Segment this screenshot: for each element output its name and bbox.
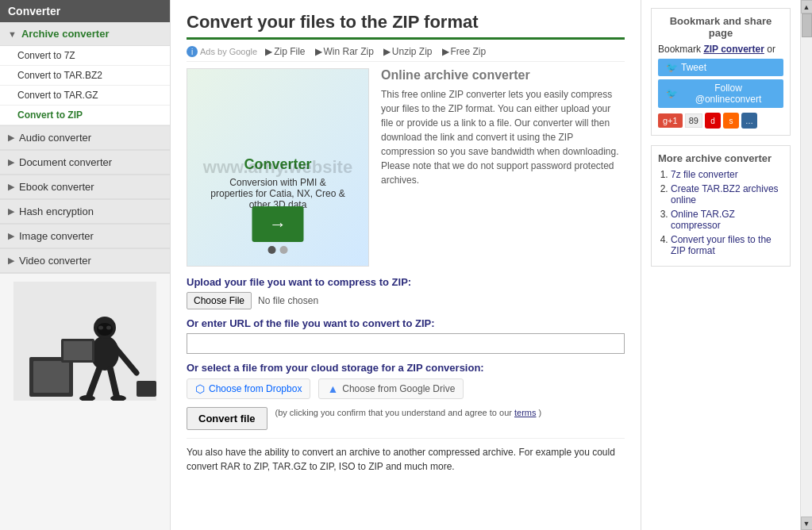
- sidebar-sub-archive: Convert to 7Z Convert to TAR.BZ2 Convert…: [0, 46, 170, 125]
- convert-row: Convert file (by clicking you confirm th…: [187, 407, 625, 430]
- arrow-down-icon: ▼: [8, 29, 17, 39]
- stumble-icon[interactable]: s: [723, 113, 739, 129]
- url-input[interactable]: [187, 333, 625, 354]
- scroll-track: [801, 13, 813, 517]
- scroll-up-button[interactable]: ▲: [801, 0, 813, 13]
- twitter-icon: 🐦: [666, 62, 678, 73]
- svg-rect-16: [63, 341, 92, 360]
- arrow-right-icon-3: ▶: [8, 182, 14, 192]
- sidebar-item-archive-converter[interactable]: ▼ Archive converter: [0, 22, 170, 46]
- gplus-count: 89: [685, 113, 702, 128]
- file-choose-row: Choose File No file chosen: [187, 292, 625, 309]
- carousel-dot-2[interactable]: [280, 246, 288, 254]
- more-archive-item-1: 7z file converter: [671, 169, 783, 180]
- bookmark-title: Bookmark and share page: [658, 15, 783, 39]
- sidebar-item-audio-converter[interactable]: ▶ Audio converter: [0, 126, 170, 150]
- svg-point-8: [106, 326, 111, 330]
- sidebar-item-video-converter[interactable]: ▶ Video converter: [0, 249, 170, 273]
- bookmark-text: Bookmark ZIP converter or: [658, 44, 783, 55]
- zip-converter-link[interactable]: ZIP converter: [703, 44, 764, 55]
- two-col-layout: www.arhy.website Converter Conversion wi…: [187, 68, 625, 267]
- sidebar-sub-item-zip[interactable]: Convert to ZIP: [0, 106, 170, 125]
- choose-file-button[interactable]: Choose File: [187, 292, 252, 309]
- info-column: Online archive converter This free onlin…: [381, 68, 625, 267]
- nav-link-zip-file[interactable]: ▶Zip File: [265, 46, 305, 57]
- nav-link-freezip[interactable]: ▶Free Zip: [442, 46, 487, 57]
- gplus-button[interactable]: g+1: [658, 113, 683, 128]
- info-text: This free online ZIP converter lets you …: [381, 87, 625, 187]
- follow-button[interactable]: 🐦 Follow @onlineconvert: [658, 79, 783, 108]
- arrow-right-icon: ▶: [8, 132, 14, 143]
- arrow-right-icon-4: ▶: [8, 206, 14, 217]
- scrollbar: ▲ ▼: [800, 0, 812, 530]
- page-title: Convert your files to the ZIP format: [187, 12, 625, 40]
- gdrive-button[interactable]: ▲ Choose from Google Drive: [318, 378, 464, 399]
- nav-link-unzip[interactable]: ▶Unzip Zip: [383, 46, 433, 57]
- more-archive-link-1[interactable]: 7z file converter: [671, 169, 738, 180]
- terms-text: (by clicking you confirm that you unders…: [275, 407, 542, 419]
- online-converter-title: Online archive converter: [381, 68, 625, 83]
- sidebar-header: Converter: [0, 0, 170, 22]
- ad-content: www.arhy.website Converter Conversion wi…: [187, 69, 368, 266]
- more-archive-list: 7z file converter Create TAR.BZ2 archive…: [658, 169, 783, 256]
- social-icons-row: g+1 89 d s …: [658, 113, 783, 129]
- upload-section: Upload your file you want to compress to…: [187, 276, 625, 474]
- ads-label: i Ads by Google: [187, 46, 257, 57]
- arrow-right-icon-5: ▶: [8, 231, 14, 241]
- bookmark-box: Bookmark and share page Bookmark ZIP con…: [651, 8, 791, 136]
- carousel-dot-1[interactable]: [268, 246, 276, 254]
- twitter-icon-2: 🐦: [666, 88, 678, 99]
- sidebar-sub-item-tarbz2[interactable]: Convert to TAR.BZ2: [0, 66, 170, 86]
- nav-link-winrar[interactable]: ▶Win Rar Zip: [315, 46, 374, 57]
- terms-link[interactable]: terms: [514, 408, 537, 417]
- no-file-text: No file chosen: [258, 295, 318, 306]
- ads-info-icon: i: [187, 46, 198, 57]
- right-sidebar: Bookmark and share page Bookmark ZIP con…: [641, 0, 800, 530]
- sidebar-item-image-converter[interactable]: ▶ Image converter: [0, 225, 170, 248]
- more-archive-item-4: Convert your files to the ZIP format: [671, 234, 783, 256]
- svg-rect-3: [137, 381, 156, 397]
- scroll-down-button[interactable]: ▼: [801, 517, 813, 530]
- more-social-icon[interactable]: …: [741, 113, 757, 129]
- cloud-label: Or select a file from your cloud storage…: [187, 362, 625, 374]
- sidebar-section-hash: ▶ Hash encryption: [0, 200, 170, 225]
- svg-point-6: [97, 323, 113, 336]
- ad-subtitle: Conversion with PMI & properties for Cat…: [198, 177, 357, 210]
- dropbox-icon: ⬡: [195, 382, 205, 395]
- sidebar-item-ebook-converter[interactable]: ▶ Ebook converter: [0, 175, 170, 199]
- sidebar-section-ebook: ▶ Ebook converter: [0, 175, 170, 200]
- sidebar-sub-item-targz[interactable]: Convert to TAR.GZ: [0, 86, 170, 106]
- sidebar: Converter ▼ Archive converter Convert to…: [0, 0, 171, 530]
- more-archive-link-2[interactable]: Create TAR.BZ2 archives online: [671, 183, 779, 205]
- sidebar-section-video: ▶ Video converter: [0, 249, 170, 274]
- upload-label: Upload your file you want to compress to…: [187, 276, 625, 288]
- gdrive-icon: ▲: [327, 382, 338, 395]
- sidebar-section-document: ▶ Document converter: [0, 151, 170, 175]
- carousel-next-arrow[interactable]: →: [252, 206, 304, 242]
- ad-banner: www.arhy.website Converter Conversion wi…: [187, 68, 369, 267]
- svg-point-7: [98, 326, 103, 330]
- sidebar-item-document-converter[interactable]: ▶ Document converter: [0, 151, 170, 175]
- url-label: Or enter URL of the file you want to con…: [187, 317, 625, 329]
- convert-file-button[interactable]: Convert file: [187, 407, 267, 430]
- sidebar-item-hash-encryption[interactable]: ▶ Hash encryption: [0, 200, 170, 224]
- sidebar-section-archive: ▼ Archive converter Convert to 7Z Conver…: [0, 22, 170, 126]
- sidebar-sub-item-7z[interactable]: Convert to 7Z: [0, 46, 170, 66]
- arrow-right-icon-6: ▶: [8, 255, 14, 266]
- bottom-text: You also have the ability to convert an …: [187, 438, 625, 474]
- delicious-icon[interactable]: d: [705, 113, 721, 129]
- svg-point-4: [90, 336, 119, 371]
- sidebar-section-image: ▶ Image converter: [0, 225, 170, 249]
- dropbox-button[interactable]: ⬡ Choose from Dropbox: [187, 378, 310, 399]
- main-content: Convert your files to the ZIP format i A…: [171, 0, 641, 530]
- scroll-thumb[interactable]: [802, 13, 812, 37]
- sidebar-decorative-image: [0, 274, 170, 411]
- thief-illustration: [13, 282, 156, 401]
- ad-watermark: www.arhy.website: [203, 157, 352, 178]
- tweet-button[interactable]: 🐦 Tweet: [658, 59, 783, 76]
- more-archive-item-3: Online TAR.GZ compressor: [671, 209, 783, 231]
- more-archive-link-3[interactable]: Online TAR.GZ compressor: [671, 209, 735, 231]
- carousel-dots: [268, 246, 288, 254]
- more-archive-title: More archive converter: [658, 152, 783, 164]
- more-archive-link-4[interactable]: Convert your files to the ZIP format: [671, 234, 772, 256]
